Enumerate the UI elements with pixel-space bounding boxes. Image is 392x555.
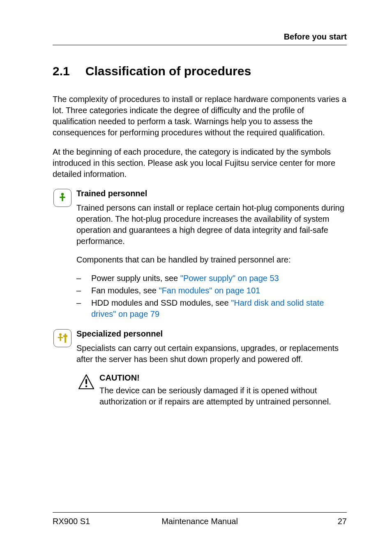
- svg-point-7: [85, 385, 88, 388]
- svg-rect-5: [58, 337, 63, 338]
- svg-rect-6: [85, 379, 87, 384]
- trained-personnel-icon: [53, 188, 72, 208]
- intro-paragraph-1: The complexity of procedures to install …: [53, 94, 347, 138]
- trained-para-2: Components that can be handled by traine…: [76, 254, 347, 265]
- list-item: Fan modules, see "Fan modules" on page 1…: [76, 285, 347, 296]
- list-item: Power supply units, see "Power supply" o…: [76, 273, 347, 284]
- footer-center: Maintenance Manual: [53, 517, 347, 526]
- svg-rect-1: [62, 195, 63, 201]
- list-prefix: Fan modules, see: [91, 286, 159, 295]
- page-footer: Maintenance Manual RX900 S1 27: [53, 512, 347, 526]
- trained-para-1: Trained persons can install or replace c…: [76, 202, 347, 247]
- specialized-personnel-block: Specialized personnel Specialists can ca…: [53, 328, 347, 407]
- svg-rect-2: [60, 197, 65, 198]
- running-header: Before you start: [53, 32, 347, 45]
- cross-ref-link[interactable]: "Fan modules" on page 101: [159, 286, 261, 295]
- intro-paragraph-2: At the beginning of each procedure, the …: [53, 146, 347, 180]
- list-prefix: Power supply units, see: [91, 274, 180, 283]
- list-prefix: HDD modules and SSD modules, see: [91, 298, 231, 307]
- specialized-content: Specialized personnel Specialists can ca…: [76, 328, 347, 407]
- caution-text: The device can be seriously damaged if i…: [99, 385, 347, 407]
- svg-point-3: [59, 333, 62, 336]
- section-heading: 2.1Classification of procedures: [53, 64, 347, 78]
- specialized-personnel-icon: [53, 328, 72, 348]
- specialized-title: Specialized personnel: [76, 328, 347, 339]
- trained-list: Power supply units, see "Power supply" o…: [76, 273, 347, 320]
- section-title: Classification of procedures: [85, 64, 251, 78]
- caution-label: CAUTION!: [99, 372, 347, 383]
- caution-icon: [76, 372, 96, 392]
- cross-ref-link[interactable]: "Power supply" on page 53: [180, 274, 279, 283]
- caution-content: CAUTION! The device can be seriously dam…: [99, 372, 347, 407]
- svg-point-0: [61, 193, 64, 195]
- caution-block: CAUTION! The device can be seriously dam…: [76, 372, 347, 407]
- section-number: 2.1: [53, 64, 70, 78]
- list-item: HDD modules and SSD modules, see "Hard d…: [76, 297, 347, 320]
- trained-personnel-block: Trained personnel Trained persons can in…: [53, 188, 347, 321]
- specialized-para-1: Specialists can carry out certain expans…: [76, 343, 347, 365]
- header-text: Before you start: [284, 32, 347, 41]
- svg-rect-4: [60, 336, 61, 341]
- trained-title: Trained personnel: [76, 188, 347, 199]
- trained-content: Trained personnel Trained persons can in…: [76, 188, 347, 321]
